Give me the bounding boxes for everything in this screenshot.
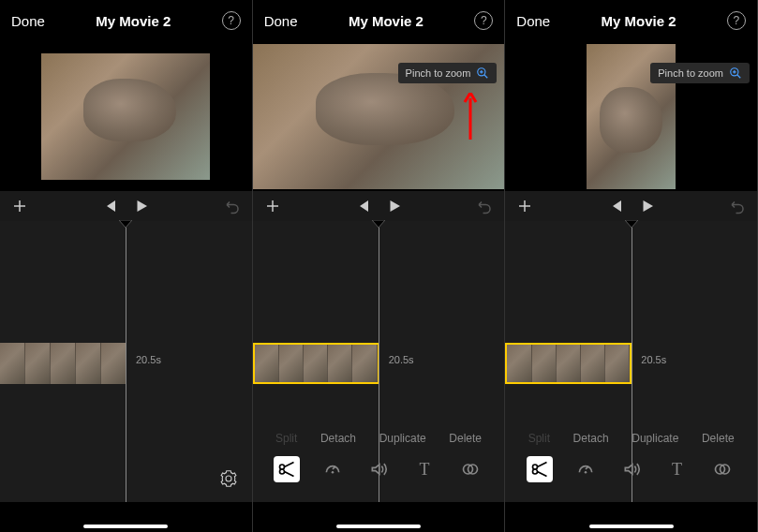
video-clip-selected[interactable] [505,343,632,384]
playhead[interactable] [632,221,632,502]
svg-point-1 [332,471,334,474]
play-button[interactable] [386,198,403,214]
split-action: Split [275,432,297,445]
screen-panel-2: Done My Movie 2 ? Pinch to zoom 20.5s [253,0,506,532]
annotation-arrow [463,93,478,143]
timeline[interactable]: 20.5s [0,221,252,502]
zoom-icon[interactable] [476,66,489,80]
delete-action[interactable]: Delete [702,432,735,445]
speed-tool[interactable] [572,456,599,482]
svg-point-5 [584,471,587,474]
split-action: Split [528,432,550,445]
speed-tool[interactable] [320,456,346,482]
screen-panel-3: Done My Movie 2 ? Pinch to zoom 20.5s [505,0,758,532]
pinch-to-zoom-tooltip: Pinch to zoom [650,63,750,83]
skip-to-start-button[interactable] [607,198,624,214]
delete-action[interactable]: Delete [449,432,482,445]
header: Done My Movie 2 ? [505,0,757,41]
skip-to-start-button[interactable] [354,198,371,214]
preview-video-frame [41,53,210,180]
header: Done My Movie 2 ? [0,0,252,41]
scissors-tool[interactable] [527,456,553,482]
play-button[interactable] [639,198,656,214]
preview-area[interactable]: Pinch to zoom [253,41,505,191]
playhead[interactable] [379,221,379,502]
text-tool[interactable]: T [664,456,691,482]
video-clip[interactable] [0,343,126,384]
header: Done My Movie 2 ? [253,0,505,41]
timeline[interactable]: 20.5s Split Detach Duplicate Delete T [505,221,757,502]
screen-panel-1: Done My Movie 2 ? 20.5s [0,0,253,532]
detach-action[interactable]: Detach [573,432,609,445]
home-indicator [336,525,421,528]
playhead[interactable] [126,221,126,502]
undo-button[interactable] [729,198,746,214]
done-button[interactable]: Done [516,13,550,29]
duplicate-action[interactable]: Duplicate [632,432,678,445]
settings-button[interactable] [220,470,237,487]
tooltip-label: Pinch to zoom [658,67,723,79]
preview-area[interactable]: Pinch to zoom [505,41,757,191]
undo-button[interactable] [476,198,493,214]
detach-action[interactable]: Detach [320,432,356,445]
zoom-icon[interactable] [729,66,742,80]
project-title: My Movie 2 [602,13,676,29]
playhead-marker [119,214,132,231]
playhead-marker [372,214,385,231]
clip-duration: 20.5s [389,354,414,365]
pinch-to-zoom-tooltip: Pinch to zoom [398,63,498,83]
help-button[interactable]: ? [222,11,241,30]
filters-tool[interactable] [709,456,736,482]
play-button[interactable] [133,198,150,214]
add-media-button[interactable] [11,198,28,214]
undo-button[interactable] [224,198,241,214]
add-media-button[interactable] [264,198,281,214]
timeline[interactable]: 20.5s Split Detach Duplicate Delete T [253,221,505,502]
home-indicator [83,525,168,528]
help-button[interactable]: ? [727,11,746,30]
video-clip-selected[interactable] [253,343,379,384]
playhead-marker [625,214,638,231]
clip-duration: 20.5s [136,354,161,365]
done-button[interactable]: Done [11,13,45,29]
clip-duration: 20.5s [641,354,666,365]
project-title: My Movie 2 [96,13,171,29]
duplicate-action[interactable]: Duplicate [379,432,426,445]
help-button[interactable]: ? [474,11,493,30]
home-indicator [589,525,674,528]
project-title: My Movie 2 [349,13,424,29]
filters-tool[interactable] [457,456,483,482]
preview-area[interactable] [0,41,252,191]
tooltip-label: Pinch to zoom [406,67,471,79]
done-button[interactable]: Done [264,13,298,29]
add-media-button[interactable] [516,198,533,214]
skip-to-start-button[interactable] [101,198,118,214]
text-tool[interactable]: T [411,456,438,482]
scissors-tool[interactable] [274,456,300,482]
